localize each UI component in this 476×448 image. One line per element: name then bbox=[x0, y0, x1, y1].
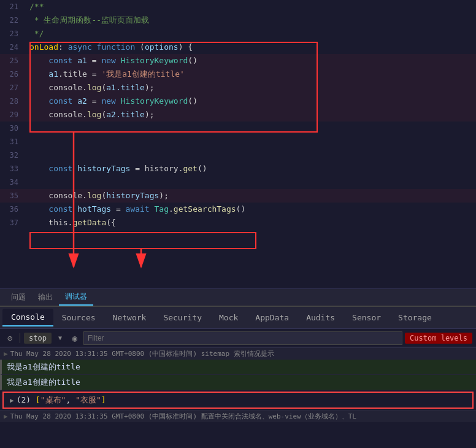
code-line-27: 27 console.log(a1.title); bbox=[0, 81, 476, 95]
code-line-30: 30 bbox=[0, 122, 476, 135]
code-line-34: 34 bbox=[0, 176, 476, 189]
tab-mock[interactable]: Mock bbox=[210, 309, 247, 326]
code-line-29: 29 console.log(a2.title); bbox=[0, 108, 476, 122]
ban-icon[interactable]: ⊘ bbox=[4, 332, 16, 344]
tab-sources[interactable]: Sources bbox=[53, 309, 104, 326]
tab-network[interactable]: Network bbox=[104, 309, 155, 326]
dropdown-arrow-icon[interactable]: ▼ bbox=[54, 332, 66, 344]
code-line-33: 33 const historyTags = history.get() bbox=[0, 162, 476, 176]
custom-levels-button[interactable]: Custom levels bbox=[405, 333, 472, 344]
code-line-31: 31 bbox=[0, 135, 476, 149]
tab-debugger[interactable]: 调试器 bbox=[59, 289, 93, 306]
tab-audits[interactable]: Audits bbox=[298, 309, 344, 326]
code-line-22: 22 * 生命周期函数--监听页面加载 bbox=[0, 14, 476, 27]
console-log-2: 我是a1创建的title bbox=[0, 375, 476, 390]
tab-sensor[interactable]: Sensor bbox=[344, 309, 390, 326]
tab-storage[interactable]: Storage bbox=[390, 309, 440, 326]
code-line-32: 32 bbox=[0, 149, 476, 162]
code-line-26: 26 a1.title = '我是a1创建的title' bbox=[0, 68, 476, 81]
code-line-37: 37 this.getData({ bbox=[0, 216, 476, 230]
console-log-1: 我是a1创建的title bbox=[0, 360, 476, 375]
tab-appdata[interactable]: AppData bbox=[247, 309, 298, 326]
code-editor: 21 /** 22 * 生命周期函数--监听页面加载 23 */ 24 onLo… bbox=[0, 0, 476, 288]
code-line-35: 35 console.log(historyTags); bbox=[0, 189, 476, 203]
editor-tab-bar: 问题 输出 调试器 bbox=[0, 288, 476, 306]
stop-button[interactable]: stop bbox=[24, 333, 52, 344]
console-output: ▶ Thu May 28 2020 13:31:35 GMT+0800 (中国标… bbox=[0, 347, 476, 448]
console-toolbar: ⊘ stop ▼ ◉ Custom levels bbox=[0, 329, 476, 347]
tab-output[interactable]: 输出 bbox=[32, 290, 59, 305]
eye-icon[interactable]: ◉ bbox=[69, 332, 81, 344]
code-line-23: 23 */ bbox=[0, 27, 476, 41]
code-line-36: 36 const hotTags = await Tag.getSearchTa… bbox=[0, 203, 476, 216]
tab-console[interactable]: Console bbox=[2, 309, 53, 326]
code-line-25: 25 const a1 = new HistoryKeyword() bbox=[0, 54, 476, 68]
highlight-box-2 bbox=[29, 232, 256, 249]
console-timestamp-1: ▶ Thu May 28 2020 13:31:35 GMT+0800 (中国标… bbox=[0, 347, 476, 360]
console-timestamp-2: ▶ Thu May 28 2020 13:31:35 GMT+0800 (中国标… bbox=[0, 410, 476, 422]
code-line-24: 24 onLoad: async function (options) { bbox=[0, 41, 476, 54]
filter-input[interactable] bbox=[83, 331, 402, 345]
tab-security[interactable]: Security bbox=[155, 309, 210, 326]
code-line-28: 28 const a2 = new HistoryKeyword() bbox=[0, 95, 476, 108]
toolbar-separator-1 bbox=[20, 333, 20, 343]
tab-issues[interactable]: 问题 bbox=[5, 290, 32, 305]
devtools-panel: Console Sources Network Security Mock Ap… bbox=[0, 306, 476, 448]
console-array-line[interactable]: ▶ (2) ["桌布", "衣服"] bbox=[2, 392, 474, 409]
code-line-21: 21 /** bbox=[0, 0, 476, 14]
devtools-tab-bar: Console Sources Network Security Mock Ap… bbox=[0, 307, 476, 329]
expand-arrow-icon: ▶ bbox=[10, 396, 14, 404]
